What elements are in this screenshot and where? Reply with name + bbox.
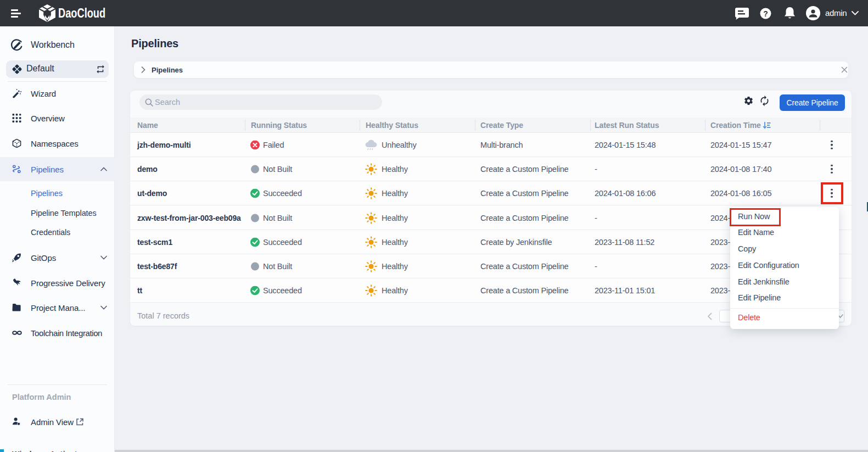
svg-text:?: ? xyxy=(763,9,768,18)
